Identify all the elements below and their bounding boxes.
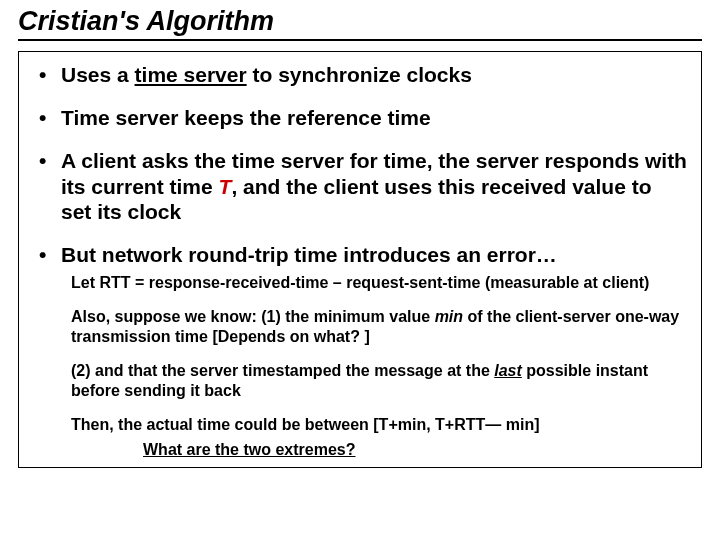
sub-2: Also, suppose we know: (1) the minimum v… — [71, 307, 687, 347]
bullet-1-pre: Uses a — [61, 63, 135, 86]
slide: Cristian's Algorithm Uses a time server … — [0, 0, 720, 540]
sub-1: Let RTT = response-received-time – reque… — [71, 273, 687, 293]
bullet-3-T: T — [219, 175, 232, 198]
bullet-2-text: Time server keeps the reference time — [61, 106, 431, 129]
bullet-1-underline: time server — [135, 63, 247, 86]
title-rule — [18, 39, 702, 41]
content-box: Uses a time server to synchronize clocks… — [18, 51, 702, 468]
bullet-list: Uses a time server to synchronize clocks… — [33, 62, 687, 267]
bullet-3: A client asks the time server for time, … — [33, 148, 687, 224]
question-text: What are the two extremes? — [143, 441, 687, 459]
slide-title: Cristian's Algorithm — [18, 6, 702, 37]
sub-block: Let RTT = response-received-time – reque… — [71, 273, 687, 435]
bullet-1-post: to synchronize clocks — [247, 63, 472, 86]
sub-3: (2) and that the server timestamped the … — [71, 361, 687, 401]
bullet-1: Uses a time server to synchronize clocks — [33, 62, 687, 87]
sub-2-pre: Also, suppose we know: (1) the minimum v… — [71, 308, 435, 325]
sub-4: Then, the actual time could be between [… — [71, 415, 687, 435]
bullet-2: Time server keeps the reference time — [33, 105, 687, 130]
sub-3-last: last — [494, 362, 522, 379]
sub-2-min: min — [435, 308, 463, 325]
sub-3-pre: (2) and that the server timestamped the … — [71, 362, 494, 379]
bullet-4: But network round-trip time introduces a… — [33, 242, 687, 267]
bullet-4-text: But network round-trip time introduces a… — [61, 243, 557, 266]
